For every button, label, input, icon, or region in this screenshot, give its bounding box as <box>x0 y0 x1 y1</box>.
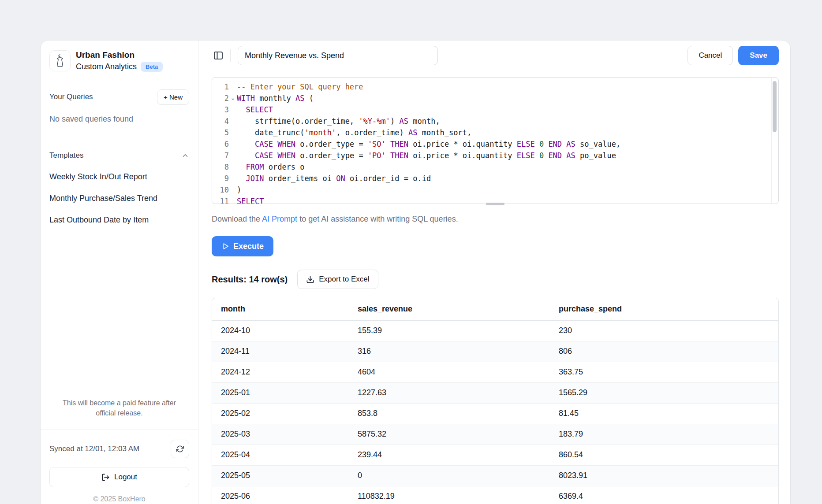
table-cell: 806 <box>550 341 778 362</box>
table-cell: 5875.32 <box>349 424 550 445</box>
table-cell: 1565.29 <box>550 382 778 403</box>
table-cell: 8023.91 <box>550 465 778 486</box>
panel-toggle-icon <box>213 50 224 61</box>
table-cell: 853.8 <box>349 403 550 424</box>
query-title-input[interactable] <box>238 46 438 65</box>
new-query-button[interactable]: + New <box>157 89 189 105</box>
table-cell: 2025-05 <box>212 465 349 486</box>
column-header: purchase_spend <box>550 298 778 320</box>
table-cell: 4604 <box>349 362 550 382</box>
results-header: Results: 14 row(s) Export to Excel <box>212 270 779 289</box>
ai-prompt-link[interactable]: AI Prompt <box>262 215 297 223</box>
line-number: 8 <box>212 161 229 173</box>
results-table-head-row: monthsales_revenuepurchase_spend <box>212 298 778 320</box>
sql-editor-lines: 1-- Enter your SQL query here2⌄WITH mont… <box>212 78 778 204</box>
sidebar-toggle-button[interactable] <box>212 49 225 62</box>
code-line: 10) <box>212 184 778 196</box>
brand: Urban Fashion Custom Analytics Beta <box>49 50 189 72</box>
line-number: 5 <box>212 127 229 138</box>
table-cell: 2024-12 <box>212 362 349 382</box>
table-cell: 2025-02 <box>212 403 349 424</box>
execute-label: Execute <box>233 242 264 251</box>
brand-text: Urban Fashion Custom Analytics Beta <box>76 50 163 72</box>
code-line: 9 JOIN order_items oi ON oi.order_id = o… <box>212 173 778 184</box>
fold-chevron-icon[interactable]: ⌄ <box>229 93 237 104</box>
template-item-weekly-stock[interactable]: Weekly Stock In/Out Report <box>49 166 189 188</box>
sync-status-text: Synced at 12/01, 12:03 AM <box>49 445 139 453</box>
table-cell: 2025-01 <box>212 382 349 403</box>
refresh-icon <box>176 445 184 453</box>
line-number: 2 <box>212 93 229 104</box>
brand-logo-icon <box>49 50 71 71</box>
code-line: 1-- Enter your SQL query here <box>212 81 778 93</box>
play-icon <box>221 242 229 250</box>
refresh-button[interactable] <box>171 440 189 458</box>
table-row: 2025-0508023.91 <box>212 465 778 486</box>
beta-badge: Beta <box>141 62 163 72</box>
export-to-excel-button[interactable]: Export to Excel <box>297 270 378 289</box>
table-cell: 239.44 <box>349 445 550 465</box>
no-queries-text: No saved queries found <box>49 115 189 124</box>
your-queries-label: Your Queries <box>49 93 93 101</box>
editor-resize-handle[interactable] <box>486 203 504 205</box>
table-cell: 316 <box>349 341 550 362</box>
ai-prompt-note: Download the AI Prompt to get AI assista… <box>212 215 779 224</box>
line-number: 4 <box>212 115 229 127</box>
table-cell: 2024-11 <box>212 341 349 362</box>
table-cell: 2025-04 <box>212 445 349 465</box>
cancel-button[interactable]: Cancel <box>687 46 733 65</box>
code-line: 7 CASE WHEN o.order_type = 'PO' THEN oi.… <box>212 150 778 161</box>
results-table: monthsales_revenuepurchase_spend 2024-10… <box>212 298 779 504</box>
copyright-text: © 2025 BoxHero <box>49 495 189 503</box>
line-number: 1 <box>212 81 229 93</box>
sql-editor[interactable]: 1-- Enter your SQL query here2⌄WITH mont… <box>212 77 779 204</box>
topbar: Cancel Save <box>212 46 779 65</box>
code-line: 5 date_trunc('month', o.order_time) AS m… <box>212 127 778 138</box>
table-cell: 0 <box>349 465 550 486</box>
code-line: 4 strftime(o.order_time, '%Y-%m') AS mon… <box>212 115 778 127</box>
template-item-monthly-trend[interactable]: Monthly Purchase/Sales Trend <box>49 188 189 209</box>
code-line: 2⌄WITH monthly AS ( <box>212 93 778 104</box>
code-line: 6 CASE WHEN o.order_type = 'SO' THEN oi.… <box>212 138 778 150</box>
table-cell: 2024-10 <box>212 320 349 341</box>
table-row: 2025-02853.881.45 <box>212 403 778 424</box>
table-cell: 230 <box>550 320 778 341</box>
app-window: Urban Fashion Custom Analytics Beta Your… <box>41 41 790 504</box>
save-button[interactable]: Save <box>738 46 779 65</box>
table-row: 2025-035875.32183.79 <box>212 424 778 445</box>
line-number: 3 <box>212 104 229 115</box>
export-label: Export to Excel <box>319 275 369 284</box>
table-cell: 81.45 <box>550 403 778 424</box>
table-cell: 860.54 <box>550 445 778 465</box>
logout-label: Logout <box>114 473 137 482</box>
table-cell: 110832.19 <box>349 486 550 504</box>
logout-icon <box>101 473 110 482</box>
sidebar-divider <box>41 430 198 430</box>
logout-button[interactable]: Logout <box>49 467 189 487</box>
chevron-up-icon <box>181 152 189 159</box>
table-cell: 183.79 <box>550 424 778 445</box>
table-cell: 155.39 <box>349 320 550 341</box>
line-number: 9 <box>212 173 229 184</box>
table-cell: 363.75 <box>550 362 778 382</box>
code-line: 3 SELECT <box>212 104 778 115</box>
line-number: 6 <box>212 138 229 150</box>
app-title: Custom Analytics <box>76 62 137 71</box>
line-number: 11 <box>212 196 229 204</box>
table-row: 2025-06110832.196369.4 <box>212 486 778 504</box>
topbar-divider <box>230 49 231 62</box>
ai-note-prefix: Download the <box>212 215 262 223</box>
table-row: 2024-124604363.75 <box>212 362 778 382</box>
template-item-last-outbound[interactable]: Last Outbound Date by Item <box>49 209 189 231</box>
templates-label: Templates <box>49 151 83 160</box>
execute-button[interactable]: Execute <box>212 236 273 256</box>
table-cell: 2025-03 <box>212 424 349 445</box>
editor-scrollbar-thumb[interactable] <box>773 81 777 132</box>
table-row: 2025-04239.44860.54 <box>212 445 778 465</box>
column-header: sales_revenue <box>349 298 550 320</box>
download-icon <box>306 275 314 284</box>
ai-note-suffix: to get AI assistance with writing SQL qu… <box>297 215 458 223</box>
table-cell: 2025-06 <box>212 486 349 504</box>
templates-header[interactable]: Templates <box>49 151 189 160</box>
main-content: Cancel Save 1-- Enter your SQL query her… <box>198 41 790 504</box>
